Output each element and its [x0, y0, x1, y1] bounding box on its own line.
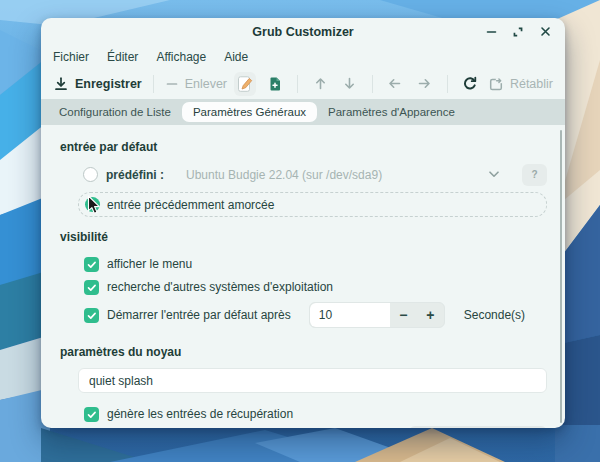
revert-label: Rétablir: [510, 77, 553, 91]
grub-customizer-window: Grub Customizer Fichier Éditer Affichage…: [41, 18, 565, 428]
timeout-row: Démarrer l'entrée par défaut après − + S…: [84, 302, 547, 328]
lookup-other-os-label: recherche d'autres systèmes d'exploitati…: [107, 280, 333, 294]
save-icon: [53, 76, 69, 92]
toolbar-separator: [372, 75, 373, 93]
help-button[interactable]: ?: [522, 164, 547, 186]
arrow-left-icon: [387, 76, 402, 91]
recovery-checkbox[interactable]: [84, 407, 99, 422]
move-up-button[interactable]: [309, 72, 331, 96]
menu-fichier[interactable]: Fichier: [44, 48, 98, 66]
refresh-button[interactable]: [458, 72, 480, 96]
chevron-down-icon: [489, 171, 499, 178]
edit-icon: [236, 75, 254, 93]
timeout-unit-label: Seconde(s): [464, 308, 525, 322]
refresh-icon: [462, 76, 478, 92]
arrow-up-icon: [313, 76, 328, 91]
general-settings-panel: entrée par défaut prédéfini : Ubuntu Bud…: [41, 125, 565, 428]
tab-configuration-de-liste[interactable]: Configuration de Liste: [48, 102, 182, 122]
toolbar: Enregistrer Enlever: [41, 68, 565, 99]
lookup-other-os-checkbox[interactable]: [84, 280, 99, 295]
check-icon: [86, 409, 97, 420]
predefined-entry-row: prédéfini : Ubuntu Budgie 22.04 (sur /de…: [83, 163, 547, 186]
move-down-button[interactable]: [338, 72, 360, 96]
save-label: Enregistrer: [75, 77, 142, 91]
show-menu-row: afficher le menu: [84, 253, 547, 275]
menu-editer[interactable]: Éditer: [98, 48, 147, 66]
menubar: Fichier Éditer Affichage Aide: [41, 45, 565, 68]
toolbar-separator: [447, 75, 448, 93]
tab-parametres-generaux[interactable]: Paramètres Généraux: [182, 102, 317, 122]
move-right-button[interactable]: [413, 72, 435, 96]
check-icon: [86, 282, 97, 293]
vertical-scrollbar[interactable]: [560, 130, 562, 423]
previously-booted-row[interactable]: entrée précédemment amorcée: [78, 192, 547, 217]
visibility-heading: visibilité: [60, 230, 547, 244]
menu-affichage[interactable]: Affichage: [147, 48, 215, 66]
decrement-button[interactable]: −: [390, 303, 417, 327]
remove-button[interactable]: Enlever: [165, 77, 227, 91]
toolbar-separator: [153, 75, 154, 93]
move-left-button[interactable]: [384, 72, 406, 96]
revert-icon: [488, 76, 504, 92]
predefined-label: prédéfini :: [106, 168, 164, 182]
minimize-icon: [486, 26, 497, 37]
kernel-params-heading: paramètres du noyau: [60, 345, 547, 359]
predefined-entry-combobox[interactable]: Ubuntu Budgie 22.04 (sur /dev/sda9): [186, 168, 382, 182]
default-entry-heading: entrée par défaut: [60, 140, 547, 154]
footer-row: Paramètres avancés: [59, 426, 547, 428]
restore-button[interactable]: [511, 25, 525, 39]
save-button[interactable]: Enregistrer: [53, 76, 142, 92]
previously-booted-radio[interactable]: [85, 197, 100, 212]
minimize-button[interactable]: [484, 25, 498, 39]
recovery-label: génère les entrées de récupération: [107, 407, 293, 421]
combo-caret[interactable]: [489, 171, 499, 178]
revert-button[interactable]: Rétablir: [488, 76, 553, 92]
lookup-other-os-row: recherche d'autres systèmes d'exploitati…: [84, 276, 547, 298]
timeout-spinbox: − +: [309, 302, 445, 328]
new-entry-button[interactable]: [263, 72, 285, 96]
check-icon: [86, 259, 97, 270]
arrow-down-icon: [342, 76, 357, 91]
recovery-row: génère les entrées de récupération: [84, 403, 547, 425]
predefined-radio[interactable]: [83, 167, 98, 182]
show-menu-label: afficher le menu: [107, 257, 192, 271]
close-button[interactable]: [538, 25, 552, 39]
arrow-right-icon: [417, 76, 432, 91]
timeout-label: Démarrer l'entrée par défaut après: [107, 308, 291, 322]
show-menu-checkbox[interactable]: [84, 257, 99, 272]
menu-aide[interactable]: Aide: [215, 48, 257, 66]
toolbar-separator: [297, 75, 298, 93]
new-file-icon: [267, 76, 283, 92]
increment-button[interactable]: +: [417, 303, 444, 327]
tabbar: Configuration de Liste Paramètres Généra…: [41, 99, 565, 125]
kernel-params-input[interactable]: [78, 368, 547, 393]
close-icon: [540, 26, 551, 37]
check-icon: [86, 310, 97, 321]
remove-label: Enlever: [185, 77, 227, 91]
titlebar[interactable]: Grub Customizer: [41, 18, 565, 45]
tab-parametres-apparence[interactable]: Paramètres d'Apparence: [317, 102, 466, 122]
timeout-input[interactable]: [310, 303, 390, 327]
edit-button[interactable]: [234, 72, 256, 96]
restore-icon: [512, 26, 524, 38]
previously-booted-label: entrée précédemment amorcée: [107, 198, 274, 212]
minus-icon: [165, 77, 179, 91]
advanced-settings-button[interactable]: Paramètres avancés: [409, 426, 547, 428]
timeout-checkbox[interactable]: [84, 308, 99, 323]
